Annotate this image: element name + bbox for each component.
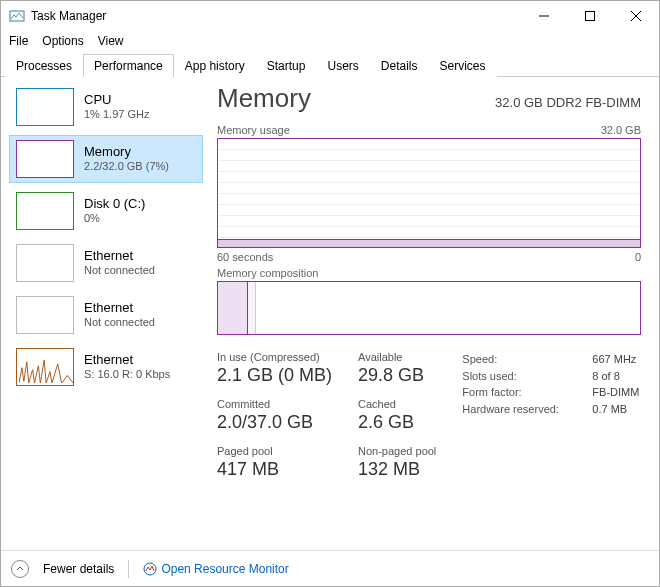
axis-right: 0 bbox=[635, 251, 641, 263]
sidebar-item-title: Memory bbox=[84, 144, 169, 160]
window-title: Task Manager bbox=[31, 9, 106, 23]
stat-value: 132 MB bbox=[358, 459, 436, 480]
sidebar-item-text: Disk 0 (C:) 0% bbox=[84, 196, 145, 226]
sidebar-item-subtitle: Not connected bbox=[84, 316, 155, 330]
memory-details-table: Speed:667 MHz Slots used:8 of 8 Form fac… bbox=[462, 351, 639, 480]
stat-label: Paged pool bbox=[217, 445, 332, 457]
sidebar-item-subtitle: 2.2/32.0 GB (7%) bbox=[84, 160, 169, 174]
memory-thumbnail-icon bbox=[16, 140, 74, 178]
minimize-button[interactable] bbox=[521, 1, 567, 31]
tab-app-history[interactable]: App history bbox=[174, 54, 256, 77]
composition-compressed-segment bbox=[248, 282, 256, 334]
open-resource-monitor-label: Open Resource Monitor bbox=[161, 562, 288, 576]
detail-key: Slots used: bbox=[462, 368, 572, 385]
performance-body: CPU 1% 1.97 GHz Memory 2.2/32.0 GB (7%) … bbox=[1, 77, 659, 550]
sidebar-item-text: CPU 1% 1.97 GHz bbox=[84, 92, 149, 122]
close-button[interactable] bbox=[613, 1, 659, 31]
detail-key: Hardware reserved: bbox=[462, 401, 572, 418]
stat-value: 2.6 GB bbox=[358, 412, 436, 433]
sidebar-item-subtitle: 1% 1.97 GHz bbox=[84, 108, 149, 122]
stat-label: Available bbox=[358, 351, 436, 363]
detail-key: Form factor: bbox=[462, 384, 572, 401]
resource-monitor-icon bbox=[143, 562, 157, 576]
usage-scale-max: 32.0 GB bbox=[601, 124, 641, 136]
stat-committed: Committed 2.0/37.0 GB bbox=[217, 398, 332, 433]
stat-label: Non-paged pool bbox=[358, 445, 436, 457]
stat-nonpaged-pool: Non-paged pool 132 MB bbox=[358, 445, 436, 480]
memory-panel: Memory 32.0 GB DDR2 FB-DIMM Memory usage… bbox=[211, 77, 659, 550]
memory-usage-chart[interactable] bbox=[217, 138, 641, 248]
menu-bar: File Options View bbox=[1, 31, 659, 51]
stat-label: In use (Compressed) bbox=[217, 351, 332, 363]
fewer-details-button[interactable]: Fewer details bbox=[43, 562, 114, 576]
stat-label: Committed bbox=[217, 398, 332, 410]
title-bar[interactable]: Task Manager bbox=[1, 1, 659, 31]
tab-strip: Processes Performance App history Startu… bbox=[1, 51, 659, 77]
stat-paged-pool: Paged pool 417 MB bbox=[217, 445, 332, 480]
panel-header: Memory 32.0 GB DDR2 FB-DIMM bbox=[217, 83, 641, 114]
detail-value: FB-DIMM bbox=[592, 384, 639, 401]
stat-value: 417 MB bbox=[217, 459, 332, 480]
tab-performance[interactable]: Performance bbox=[83, 54, 174, 77]
stat-label: Cached bbox=[358, 398, 436, 410]
menu-view[interactable]: View bbox=[98, 34, 124, 48]
tab-details[interactable]: Details bbox=[370, 54, 429, 77]
tab-startup[interactable]: Startup bbox=[256, 54, 317, 77]
sidebar-item-ethernet-1[interactable]: Ethernet Not connected bbox=[9, 239, 203, 287]
sidebar-item-title: Ethernet bbox=[84, 248, 155, 264]
stat-value: 2.0/37.0 GB bbox=[217, 412, 332, 433]
sidebar-item-subtitle: 0% bbox=[84, 212, 145, 226]
sidebar-item-ethernet-3[interactable]: Ethernet S: 16.0 R: 0 Kbps bbox=[9, 343, 203, 391]
tab-services[interactable]: Services bbox=[429, 54, 497, 77]
table-row: Speed:667 MHz bbox=[462, 351, 639, 368]
usage-chart-header: Memory usage 32.0 GB bbox=[217, 124, 641, 136]
table-row: Slots used:8 of 8 bbox=[462, 368, 639, 385]
perf-sidebar: CPU 1% 1.97 GHz Memory 2.2/32.0 GB (7%) … bbox=[1, 77, 211, 550]
sidebar-item-title: CPU bbox=[84, 92, 149, 108]
composition-header: Memory composition bbox=[217, 267, 641, 279]
maximize-button[interactable] bbox=[567, 1, 613, 31]
stat-cached: Cached 2.6 GB bbox=[358, 398, 436, 433]
sidebar-item-title: Ethernet bbox=[84, 300, 155, 316]
svg-rect-2 bbox=[586, 12, 595, 21]
stat-value: 29.8 GB bbox=[358, 365, 436, 386]
stat-available: Available 29.8 GB bbox=[358, 351, 436, 386]
stat-column-2: Available 29.8 GB Cached 2.6 GB Non-page… bbox=[358, 351, 436, 480]
sidebar-item-text: Ethernet S: 16.0 R: 0 Kbps bbox=[84, 352, 170, 382]
sidebar-item-memory[interactable]: Memory 2.2/32.0 GB (7%) bbox=[9, 135, 203, 183]
composition-used-segment bbox=[218, 282, 248, 334]
menu-options[interactable]: Options bbox=[42, 34, 83, 48]
tab-processes[interactable]: Processes bbox=[5, 54, 83, 77]
ethernet-thumbnail-icon bbox=[16, 244, 74, 282]
chevron-up-icon[interactable] bbox=[11, 560, 29, 578]
disk-thumbnail-icon bbox=[16, 192, 74, 230]
sidebar-item-ethernet-2[interactable]: Ethernet Not connected bbox=[9, 291, 203, 339]
stat-column-1: In use (Compressed) 2.1 GB (0 MB) Commit… bbox=[217, 351, 332, 480]
axis-left: 60 seconds bbox=[217, 251, 273, 263]
stat-value: 2.1 GB (0 MB) bbox=[217, 365, 332, 386]
usage-label: Memory usage bbox=[217, 124, 290, 136]
window-controls bbox=[521, 1, 659, 31]
usage-chart-axis: 60 seconds 0 bbox=[217, 251, 641, 263]
composition-label: Memory composition bbox=[217, 267, 318, 279]
footer-bar: Fewer details Open Resource Monitor bbox=[1, 550, 659, 586]
sidebar-item-title: Ethernet bbox=[84, 352, 170, 368]
sidebar-item-subtitle: S: 16.0 R: 0 Kbps bbox=[84, 368, 170, 382]
stat-in-use: In use (Compressed) 2.1 GB (0 MB) bbox=[217, 351, 332, 386]
panel-spec: 32.0 GB DDR2 FB-DIMM bbox=[495, 95, 641, 110]
memory-usage-fill bbox=[218, 239, 640, 247]
open-resource-monitor-link[interactable]: Open Resource Monitor bbox=[143, 562, 288, 576]
app-icon bbox=[9, 8, 25, 24]
detail-key: Speed: bbox=[462, 351, 572, 368]
cpu-thumbnail-icon bbox=[16, 88, 74, 126]
sidebar-item-disk0[interactable]: Disk 0 (C:) 0% bbox=[9, 187, 203, 235]
memory-composition-chart[interactable] bbox=[217, 281, 641, 335]
tab-users[interactable]: Users bbox=[316, 54, 369, 77]
menu-file[interactable]: File bbox=[9, 34, 28, 48]
detail-value: 0.7 MB bbox=[592, 401, 627, 418]
ethernet-thumbnail-icon bbox=[16, 296, 74, 334]
sidebar-item-title: Disk 0 (C:) bbox=[84, 196, 145, 212]
sidebar-item-cpu[interactable]: CPU 1% 1.97 GHz bbox=[9, 83, 203, 131]
table-row: Form factor:FB-DIMM bbox=[462, 384, 639, 401]
sidebar-item-text: Ethernet Not connected bbox=[84, 248, 155, 278]
